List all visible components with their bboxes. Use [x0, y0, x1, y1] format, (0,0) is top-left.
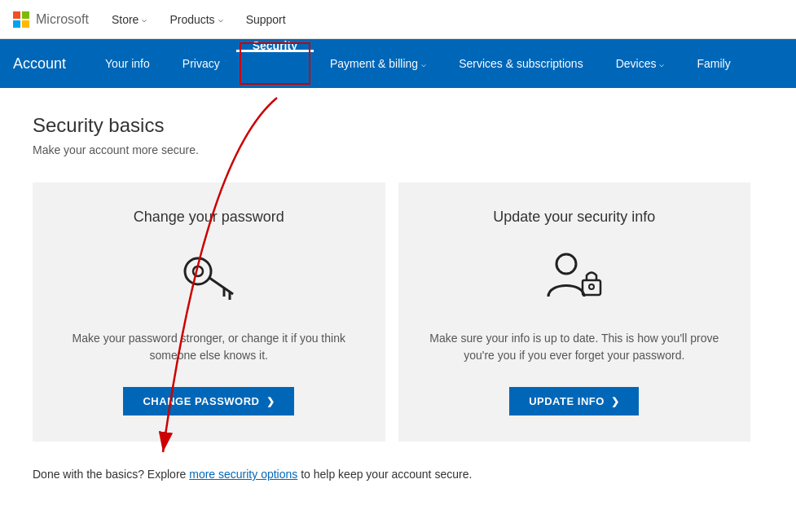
- nav-payment[interactable]: Payment & billing ⌵: [314, 39, 442, 88]
- top-nav: Microsoft Store ⌵ Products ⌵ Support: [0, 0, 796, 39]
- change-password-description: Make your password stronger, or change i…: [52, 330, 366, 364]
- cards-container: Change your password Make your password …: [33, 182, 763, 442]
- page-title: Security basics: [33, 114, 763, 137]
- svg-point-8: [589, 284, 594, 289]
- update-info-chevron-icon: ❯: [611, 396, 620, 407]
- update-security-description: Make sure your info is up to date. This …: [418, 330, 732, 364]
- svg-point-2: [193, 266, 203, 276]
- page-subtitle: Make your account more secure.: [33, 143, 763, 156]
- logo-grid: [13, 11, 29, 28]
- nav-your-info[interactable]: Your info: [89, 39, 166, 88]
- svg-line-3: [209, 278, 233, 294]
- microsoft-logo[interactable]: Microsoft: [13, 11, 89, 28]
- change-password-card: Change your password Make your password …: [33, 182, 385, 442]
- nav-security[interactable]: Security: [236, 39, 314, 52]
- devices-chevron-icon: ⌵: [659, 59, 664, 68]
- nav-store[interactable]: Store ⌵: [102, 0, 156, 39]
- nav-services[interactable]: Services & subscriptions: [442, 39, 600, 88]
- logo-text: Microsoft: [36, 12, 89, 27]
- products-chevron-icon: ⌵: [218, 15, 223, 24]
- more-security-options-link[interactable]: more security options: [189, 468, 297, 481]
- main-content: Security basics Make your account more s…: [0, 88, 796, 507]
- person-lock-icon: [542, 245, 607, 310]
- update-info-button[interactable]: UPDATE INFO ❯: [509, 387, 639, 415]
- store-chevron-icon: ⌵: [142, 15, 147, 24]
- svg-rect-7: [583, 280, 600, 295]
- change-password-button[interactable]: CHANGE PASSWORD ❯: [123, 387, 294, 415]
- account-nav: Account Your info Privacy Security Payme…: [0, 39, 796, 88]
- account-brand[interactable]: Account: [13, 39, 82, 88]
- nav-devices[interactable]: Devices ⌵: [600, 39, 681, 88]
- top-nav-items: Store ⌵ Products ⌵ Support: [102, 0, 296, 39]
- change-password-title: Change your password: [134, 209, 284, 226]
- nav-privacy[interactable]: Privacy: [166, 39, 236, 88]
- svg-point-6: [556, 254, 576, 274]
- nav-support[interactable]: Support: [236, 0, 296, 39]
- key-icon: [176, 245, 241, 310]
- payment-chevron-icon: ⌵: [421, 59, 426, 68]
- nav-products[interactable]: Products ⌵: [160, 0, 232, 39]
- change-password-chevron-icon: ❯: [266, 396, 275, 407]
- nav-security-wrapper: Security: [236, 39, 314, 88]
- nav-family[interactable]: Family: [680, 39, 746, 88]
- update-security-card: Update your security info Make sure your…: [398, 182, 751, 442]
- svg-point-1: [185, 258, 211, 284]
- update-security-title: Update your security info: [493, 209, 655, 226]
- bottom-text: Done with the basics? Explore more secur…: [33, 468, 763, 481]
